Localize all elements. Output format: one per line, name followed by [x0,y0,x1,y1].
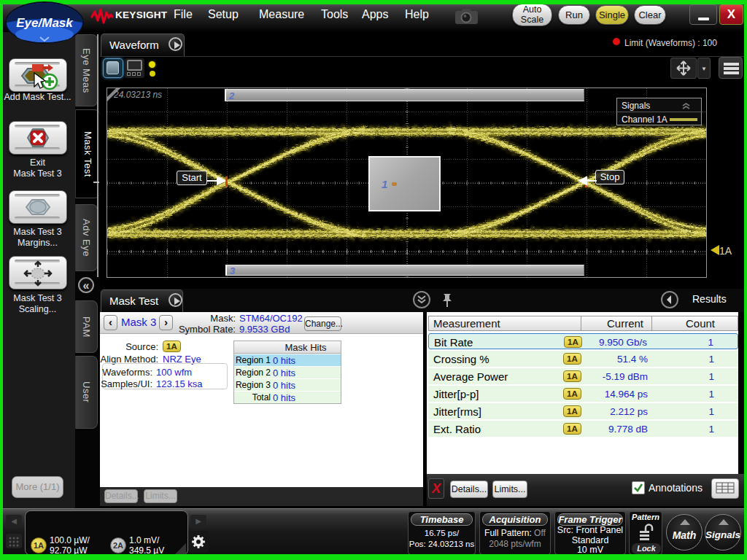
svg-text:Eye/Mask: Eye/Mask [16,16,74,30]
